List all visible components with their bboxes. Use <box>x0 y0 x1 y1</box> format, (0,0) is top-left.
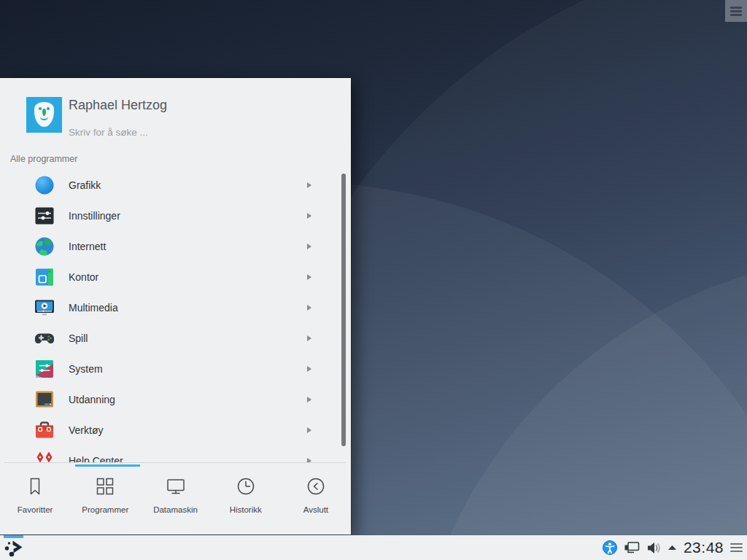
scrollbar[interactable] <box>341 174 346 446</box>
desktop-toolbox-button[interactable] <box>725 0 747 22</box>
chevron-right-icon <box>307 397 311 402</box>
chevron-right-icon <box>307 182 311 188</box>
expand-tray-icon[interactable] <box>667 545 677 551</box>
education-icon <box>34 389 55 410</box>
category-list: Grafikk Innstillinger <box>0 170 351 462</box>
chevron-right-icon <box>307 274 311 280</box>
tab-favoritter[interactable]: Favoritter <box>0 469 70 534</box>
leave-circle-icon <box>305 475 327 497</box>
games-icon <box>34 328 55 349</box>
category-label: Grafikk <box>69 179 101 191</box>
category-item-verktoy[interactable]: Verktøy <box>0 415 351 446</box>
chevron-right-icon <box>307 366 311 372</box>
tab-datamaskin[interactable]: Datamaskin <box>140 469 210 534</box>
category-label: Kontor <box>69 271 98 283</box>
chevron-right-icon <box>307 335 311 341</box>
category-label: Spill <box>69 332 88 344</box>
application-launcher-button[interactable] <box>2 535 27 560</box>
computer-icon <box>165 475 187 497</box>
tab-programmer[interactable]: Programmer <box>70 469 140 534</box>
category-item-grafikk[interactable]: Grafikk <box>0 170 351 201</box>
user-avatar[interactable] <box>26 97 62 133</box>
category-item-spill[interactable]: Spill <box>0 323 351 354</box>
network-icon[interactable] <box>624 541 640 555</box>
audio-volume-icon[interactable] <box>646 542 661 554</box>
category-item-help-center[interactable]: Help Center <box>0 446 351 462</box>
system-icon <box>34 359 55 379</box>
chevron-right-icon <box>307 213 311 219</box>
graphics-icon <box>34 175 55 195</box>
category-item-system[interactable]: System <box>0 354 351 384</box>
hamburger-icon <box>730 5 742 18</box>
system-tray: 23:48 <box>603 535 743 560</box>
wallpaper-arc <box>409 255 747 560</box>
app-grid-icon <box>94 475 116 497</box>
panel-menu-icon[interactable] <box>730 541 743 554</box>
chevron-right-icon <box>307 244 311 249</box>
category-label: Multimedia <box>69 302 118 314</box>
category-item-utdanning[interactable]: Utdanning <box>0 384 351 415</box>
utilities-icon <box>34 420 55 440</box>
accessibility-icon[interactable] <box>603 540 617 555</box>
bookmark-icon <box>24 475 46 497</box>
office-icon <box>34 267 55 287</box>
category-label: Innstillinger <box>69 210 120 222</box>
settings-icon <box>34 206 55 226</box>
chevron-right-icon <box>307 427 311 433</box>
active-tab-indicator <box>75 464 140 467</box>
category-item-internett[interactable]: Internett <box>0 231 351 262</box>
tabbar-divider <box>4 462 346 463</box>
category-item-innstillinger[interactable]: Innstillinger <box>0 201 351 231</box>
active-task-indicator <box>4 535 23 538</box>
kali-launcher-icon <box>4 539 26 558</box>
chevron-right-icon <box>307 305 311 311</box>
kickoff-tabbar: Favoritter Programmer Datamaskin <box>0 469 351 534</box>
help-icon <box>34 451 55 462</box>
digital-clock[interactable]: 23:48 <box>684 539 724 556</box>
section-label: Alle programmer <box>10 154 77 164</box>
tab-avslutt[interactable]: Avslutt <box>281 469 351 534</box>
kickoff-menu: Raphael Hertzog Skriv for å søke ... All… <box>0 78 351 534</box>
clock-icon <box>235 475 257 497</box>
panel: 23:48 <box>0 535 747 560</box>
category-item-multimedia[interactable]: Multimedia <box>0 292 351 323</box>
tab-historikk[interactable]: Historikk <box>211 469 281 534</box>
category-label: System <box>69 363 103 375</box>
category-label: Utdanning <box>69 394 115 405</box>
multimedia-icon <box>34 298 55 318</box>
desktop[interactable]: Raphael Hertzog Skriv for å søke ... All… <box>0 0 747 560</box>
category-label: Internett <box>69 241 106 252</box>
category-label: Verktøy <box>69 424 103 436</box>
category-item-kontor[interactable]: Kontor <box>0 262 351 292</box>
user-face-icon <box>34 102 54 127</box>
search-input[interactable]: Skriv for å søke ... <box>69 127 148 138</box>
category-label: Help Center <box>69 455 123 462</box>
internet-icon <box>34 236 55 257</box>
user-name: Raphael Hertzog <box>69 98 167 113</box>
